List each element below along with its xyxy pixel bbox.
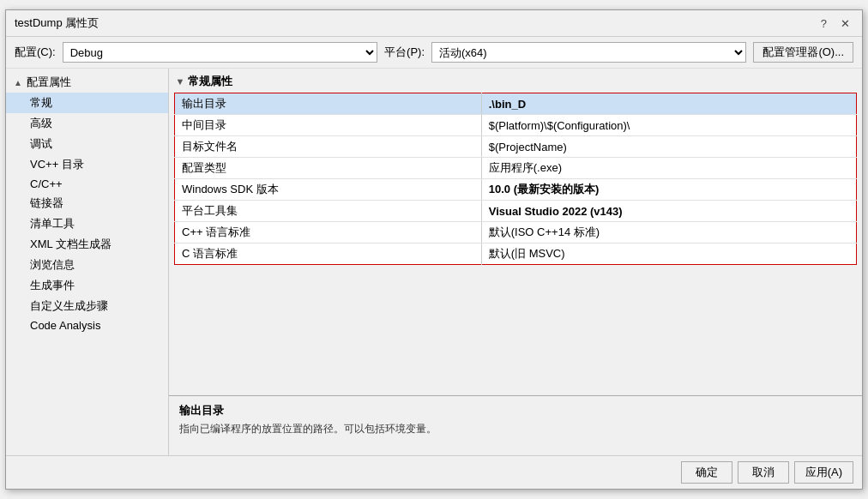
content-panel: ▼ 常规属性 输出目录.\bin_D中间目录$(Platform)\$(Conf… xyxy=(169,69,862,455)
sidebar-item-xml_gen[interactable]: XML 文档生成器 xyxy=(6,234,168,255)
sidebar-item-debug[interactable]: 调试 xyxy=(6,134,168,154)
sidebar-item-cpp[interactable]: C/C++ xyxy=(6,175,168,193)
sidebar-item-vc_dirs[interactable]: VC++ 目录 xyxy=(6,154,168,175)
prop-value: 默认(ISO C++14 标准) xyxy=(481,222,856,243)
prop-name: 输出目录 xyxy=(175,93,482,115)
config-select[interactable]: Debug xyxy=(63,42,377,63)
prop-value: .\bin_D xyxy=(481,93,856,115)
config-manager-button[interactable]: 配置管理器(O)... xyxy=(753,42,853,63)
sidebar-item-general[interactable]: 常规 xyxy=(6,93,168,113)
sidebar-item-manifest[interactable]: 清单工具 xyxy=(6,213,168,234)
prop-value: $(ProjectName) xyxy=(481,136,856,158)
sidebar-section-header[interactable]: ▲ 配置属性 xyxy=(6,72,168,93)
dialog-title: testDump 属性页 xyxy=(15,15,99,31)
sidebar-items-container: 常规高级调试VC++ 目录C/C++链接器清单工具XML 文档生成器浏览信息生成… xyxy=(6,93,168,334)
ok-button[interactable]: 确定 xyxy=(681,461,732,484)
platform-label: 平台(P): xyxy=(384,45,425,60)
apply-button[interactable]: 应用(A) xyxy=(794,461,853,484)
cancel-button[interactable]: 取消 xyxy=(738,461,789,484)
sidebar-item-linker[interactable]: 链接器 xyxy=(6,193,168,213)
table-row[interactable]: Windows SDK 版本10.0 (最新安装的版本) xyxy=(175,179,857,201)
prop-name: C++ 语言标准 xyxy=(175,222,482,243)
properties-dialog: testDump 属性页 ? ✕ 配置(C): Debug 平台(P): 活动(… xyxy=(5,9,863,490)
table-row[interactable]: 配置类型应用程序(.exe) xyxy=(175,158,857,179)
table-row[interactable]: C++ 语言标准默认(ISO C++14 标准) xyxy=(175,222,857,243)
prop-value: $(Platform)\$(Configuration)\ xyxy=(481,115,856,136)
description-title: 输出目录 xyxy=(179,403,852,418)
prop-value: Visual Studio 2022 (v143) xyxy=(481,201,856,222)
prop-value: 默认(旧 MSVC) xyxy=(481,243,856,265)
section-title: 常规属性 xyxy=(188,74,232,89)
sidebar-item-advanced[interactable]: 高级 xyxy=(6,113,168,134)
toolbar: 配置(C): Debug 平台(P): 活动(x64) 配置管理器(O)... xyxy=(6,37,862,69)
table-row[interactable]: 中间目录$(Platform)\$(Configuration)\ xyxy=(175,115,857,136)
close-button[interactable]: ✕ xyxy=(837,17,853,30)
sidebar-item-build_events[interactable]: 生成事件 xyxy=(6,275,168,296)
footer-row: 确定 取消 应用(A) xyxy=(6,455,862,489)
help-button[interactable]: ? xyxy=(817,17,830,30)
prop-name: 中间目录 xyxy=(175,115,482,136)
properties-area: ▼ 常规属性 输出目录.\bin_D中间目录$(Platform)\$(Conf… xyxy=(169,69,862,395)
prop-name: 配置类型 xyxy=(175,158,482,179)
table-row[interactable]: 目标文件名$(ProjectName) xyxy=(175,136,857,158)
prop-value: 应用程序(.exe) xyxy=(481,158,856,179)
description-area: 输出目录 指向已编译程序的放置位置的路径。可以包括环境变量。 xyxy=(169,395,862,455)
prop-name: 平台工具集 xyxy=(175,201,482,222)
expand-icon: ▲ xyxy=(13,77,23,87)
sidebar-section: ▲ 配置属性 常规高级调试VC++ 目录C/C++链接器清单工具XML 文档生成… xyxy=(6,72,168,334)
section-header-row: ▼ 常规属性 xyxy=(174,74,857,89)
main-area: ▲ 配置属性 常规高级调试VC++ 目录C/C++链接器清单工具XML 文档生成… xyxy=(6,69,862,455)
table-row[interactable]: C 语言标准默认(旧 MSVC) xyxy=(175,243,857,265)
config-label: 配置(C): xyxy=(15,45,56,60)
prop-name: C 语言标准 xyxy=(175,243,482,265)
prop-value: 10.0 (最新安装的版本) xyxy=(481,179,856,201)
sidebar-item-code_analysis[interactable]: Code Analysis xyxy=(6,316,168,334)
title-bar-controls: ? ✕ xyxy=(817,17,853,30)
table-row[interactable]: 平台工具集Visual Studio 2022 (v143) xyxy=(175,201,857,222)
prop-name: Windows SDK 版本 xyxy=(175,179,482,201)
title-bar: testDump 属性页 ? ✕ xyxy=(6,10,862,37)
description-text: 指向已编译程序的放置位置的路径。可以包括环境变量。 xyxy=(179,422,852,436)
section-expand-icon: ▼ xyxy=(174,75,186,87)
prop-name: 目标文件名 xyxy=(175,136,482,158)
sidebar: ▲ 配置属性 常规高级调试VC++ 目录C/C++链接器清单工具XML 文档生成… xyxy=(6,69,169,455)
sidebar-item-browse[interactable]: 浏览信息 xyxy=(6,255,168,275)
properties-table: 输出目录.\bin_D中间目录$(Platform)\$(Configurati… xyxy=(174,93,857,265)
sidebar-section-title: 配置属性 xyxy=(27,75,71,90)
sidebar-item-custom_build[interactable]: 自定义生成步骤 xyxy=(6,296,168,316)
table-row[interactable]: 输出目录.\bin_D xyxy=(175,93,857,115)
platform-select[interactable]: 活动(x64) xyxy=(431,42,746,63)
